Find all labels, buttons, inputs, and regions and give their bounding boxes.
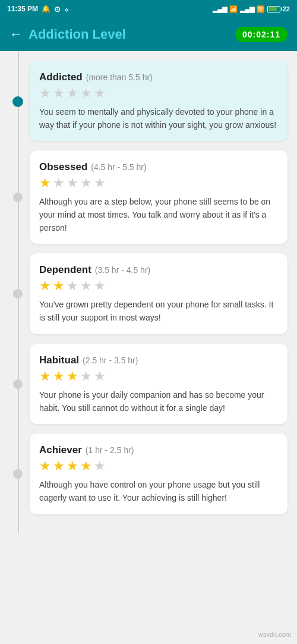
timeline-dot-obsessed xyxy=(13,193,23,202)
wifi2-icon: 🛜 xyxy=(257,5,265,13)
card-title-achiever: Achiever xyxy=(39,444,82,455)
star-habitual-1: ★ xyxy=(53,370,65,383)
timeline-dot-dependent xyxy=(13,289,23,299)
timeline-dot-achiever xyxy=(13,469,23,479)
star-obsessed-1: ★ xyxy=(53,177,65,190)
battery-fill xyxy=(268,7,277,11)
card-desc-dependent: You've grown pretty dependent on your ph… xyxy=(39,299,278,324)
card-achiever: Achiever(1 hr - 2.5 hr)★★★★★Although you… xyxy=(30,433,287,514)
card-title-row-addicted: Addicted(more than 5.5 hr) xyxy=(39,71,278,83)
card-desc-habitual: Your phone is your daily companion and h… xyxy=(39,389,278,414)
star-dependent-2: ★ xyxy=(67,279,78,293)
card-addicted: Addicted(more than 5.5 hr)★★★★★You seem … xyxy=(30,61,287,141)
battery-icon xyxy=(267,6,280,12)
wifi-icon: 📶 xyxy=(229,5,238,13)
star-addicted-0: ★ xyxy=(39,87,51,100)
star-dependent-1: ★ xyxy=(53,279,65,293)
card-stars-addicted: ★★★★★ xyxy=(39,87,278,100)
star-achiever-3: ★ xyxy=(80,460,92,473)
star-obsessed-4: ★ xyxy=(94,177,106,190)
card-subtitle-obsessed: (4.5 hr - 5.5 hr) xyxy=(91,162,146,172)
star-addicted-3: ★ xyxy=(80,87,92,100)
signal-icon: ▂▄▆ xyxy=(213,5,227,13)
star-addicted-1: ★ xyxy=(53,87,65,100)
card-title-row-habitual: Habitual(2.5 hr - 3.5 hr) xyxy=(39,354,278,366)
status-bar: 11:35 PM 🔔 ⊙ ⬦ ▂▄▆ 📶 ▂▄▆ 🛜 22 xyxy=(0,0,297,18)
star-habitual-2: ★ xyxy=(67,370,78,383)
card-stars-achiever: ★★★★★ xyxy=(39,460,278,473)
star-dependent-3: ★ xyxy=(80,279,92,293)
timer-badge: 00:02:11 xyxy=(235,27,287,42)
card-habitual: Habitual(2.5 hr - 3.5 hr)★★★★★Your phone… xyxy=(30,344,287,424)
star-achiever-2: ★ xyxy=(67,460,78,473)
card-subtitle-addicted: (more than 5.5 hr) xyxy=(86,73,153,82)
status-right: ▂▄▆ 📶 ▂▄▆ 🛜 22 xyxy=(213,5,290,13)
battery-label: 22 xyxy=(283,5,290,12)
star-dependent-4: ★ xyxy=(94,279,106,293)
status-time: 11:35 PM xyxy=(7,5,38,13)
star-habitual-0: ★ xyxy=(39,370,51,383)
star-dependent-0: ★ xyxy=(39,279,51,293)
card-subtitle-habitual: (2.5 hr - 3.5 hr) xyxy=(83,356,138,365)
app-icon: ⬦ xyxy=(64,5,69,14)
star-habitual-4: ★ xyxy=(94,370,106,383)
content-area: Addicted(more than 5.5 hr)★★★★★You seem … xyxy=(0,51,297,533)
star-achiever-0: ★ xyxy=(39,460,51,473)
card-title-addicted: Addicted xyxy=(39,71,83,83)
card-desc-obsessed: Although you are a step below, your phon… xyxy=(39,196,278,234)
star-addicted-4: ★ xyxy=(94,87,106,100)
status-left: 11:35 PM 🔔 ⊙ ⬦ xyxy=(7,5,69,14)
cards-container: Addicted(more than 5.5 hr)★★★★★You seem … xyxy=(30,61,287,514)
signal2-icon: ▂▄▆ xyxy=(240,5,254,13)
page-title: Addiction Level xyxy=(29,27,126,42)
card-title-obsessed: Obsessed xyxy=(39,161,87,172)
card-title-habitual: Habitual xyxy=(39,354,79,366)
card-subtitle-dependent: (3.5 hr - 4.5 hr) xyxy=(95,265,150,275)
card-title-dependent: Dependent xyxy=(39,264,91,275)
timeline-dot-habitual xyxy=(13,379,23,389)
card-title-row-achiever: Achiever(1 hr - 2.5 hr) xyxy=(39,444,278,456)
star-obsessed-2: ★ xyxy=(67,177,78,190)
star-achiever-1: ★ xyxy=(53,460,65,473)
card-stars-obsessed: ★★★★★ xyxy=(39,177,278,190)
timeline-dot-addicted xyxy=(12,96,23,107)
star-habitual-3: ★ xyxy=(80,370,92,383)
card-title-row-obsessed: Obsessed(4.5 hr - 5.5 hr) xyxy=(39,161,278,173)
card-dependent: Dependent(3.5 hr - 4.5 hr)★★★★★You've gr… xyxy=(30,253,287,334)
card-subtitle-achiever: (1 hr - 2.5 hr) xyxy=(86,445,134,455)
star-achiever-4: ★ xyxy=(94,460,106,473)
card-stars-habitual: ★★★★★ xyxy=(39,370,278,383)
card-stars-dependent: ★★★★★ xyxy=(39,279,278,293)
watermark: wsxdn.com xyxy=(258,631,291,638)
app-header: ← Addiction Level 00:02:11 xyxy=(0,18,297,51)
card-desc-addicted: You seem to mentally and physically devo… xyxy=(39,106,278,131)
header-left: ← Addiction Level xyxy=(10,27,126,42)
card-title-row-dependent: Dependent(3.5 hr - 4.5 hr) xyxy=(39,264,278,276)
star-obsessed-0: ★ xyxy=(39,177,51,190)
card-desc-achiever: Although you have control on your phone … xyxy=(39,479,278,504)
notification-icon: 🔔 xyxy=(42,5,50,13)
star-addicted-2: ★ xyxy=(67,87,78,100)
card-obsessed: Obsessed(4.5 hr - 5.5 hr)★★★★★Although y… xyxy=(30,150,287,244)
back-button[interactable]: ← xyxy=(10,28,23,41)
spotify-icon: ⊙ xyxy=(54,5,61,14)
star-obsessed-3: ★ xyxy=(80,177,92,190)
